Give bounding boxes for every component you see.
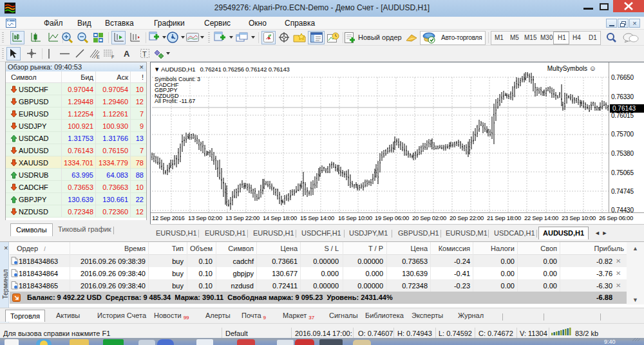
- svg-text:F: F: [111, 55, 114, 59]
- svg-text:T: T: [142, 50, 147, 58]
- svg-text:E: E: [97, 55, 100, 59]
